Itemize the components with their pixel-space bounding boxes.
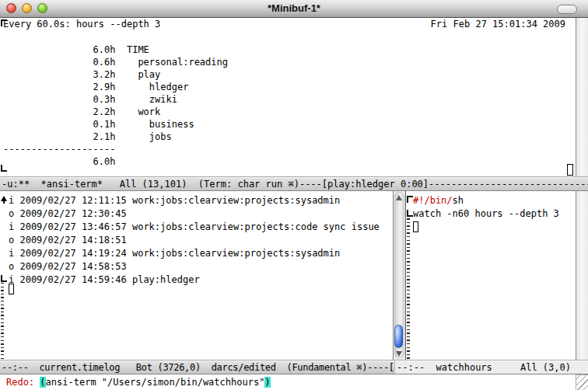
watch-timestamp: Fri Feb 27 15:01:34 2009: [431, 19, 565, 30]
watch-command: watch -n60 hours --depth 3: [413, 208, 559, 219]
term-mode-line[interactable]: -u:** *ansi-term* All (13,101) (Term: ch…: [0, 177, 588, 191]
inactive-cursor: [9, 284, 14, 294]
inactive-cursor: [567, 164, 573, 176]
window-title: *Minibuf-1*: [0, 2, 588, 14]
fringe-bottom-angle-icon: [1, 275, 7, 282]
ansi-term-buffer[interactable]: Every 60.0s: hours --depth 3 Fri Feb 27 …: [0, 18, 588, 177]
scroll-down-arrow-icon[interactable]: [396, 351, 402, 357]
fringe-up-arrow-stem: [3, 200, 5, 204]
script-mode-line[interactable]: --:-- watchhours All (3,0): [394, 360, 588, 374]
timelog-entries: i 2009/02/27 12:11:15 work:jobs:clearvie…: [9, 194, 380, 287]
toolbar-pill-button[interactable]: [557, 5, 577, 14]
fringe-bottom-angle-icon: [407, 210, 413, 217]
timelog-mode-line[interactable]: --:-- current.timelog Bot (3726,0) darcs…: [0, 360, 396, 374]
fringe-top-angle-icon: [407, 196, 413, 203]
scrollbar-thumb[interactable]: [394, 325, 403, 348]
redo-prompt: Redo:: [6, 377, 40, 388]
timelog-buffer[interactable]: i 2009/02/27 12:11:15 work:jobs:clearvie…: [0, 191, 393, 360]
script-scrollbar-track[interactable]: [576, 191, 588, 360]
emacs-window: *Minibuf-1* Every 60.0s: hours --depth 3…: [0, 0, 588, 390]
minibuffer-command: ansi-term "/Users/simon/bin/watchhours": [46, 377, 265, 388]
resize-grip[interactable]: [576, 374, 588, 390]
fringe-empty-line-marks: [1, 283, 4, 359]
scroll-up-arrow-icon[interactable]: [396, 195, 402, 200]
shebang-comment: #!/bin/: [413, 195, 453, 206]
shebang-interpreter: sh: [453, 195, 464, 206]
watchhours-buffer[interactable]: #!/bin/sh watch -n60 hours --depth 3: [406, 191, 576, 360]
inactive-cursor: [413, 221, 418, 232]
timelog-scrollbar[interactable]: [393, 191, 406, 360]
minibuffer[interactable]: Redo: (ansi-term "/Users/simon/bin/watch…: [0, 374, 588, 390]
minibuffer-line: Redo: (ansi-term "/Users/simon/bin/watch…: [6, 377, 271, 388]
title-bar[interactable]: *Minibuf-1*: [0, 0, 588, 18]
watch-header: Every 60.0s: hours --depth 3: [3, 19, 160, 30]
close-paren-highlight: ): [264, 377, 270, 388]
open-paren-highlight: (: [40, 377, 45, 388]
script-source: #!/bin/sh watch -n60 hours --depth 3: [413, 194, 559, 221]
term-scrollbar-track[interactable]: [576, 18, 588, 177]
hours-report: 6.0h TIME 0.6h personal:reading 3.2h pla…: [3, 31, 228, 168]
fringe-empty-line-marks: [407, 218, 410, 359]
